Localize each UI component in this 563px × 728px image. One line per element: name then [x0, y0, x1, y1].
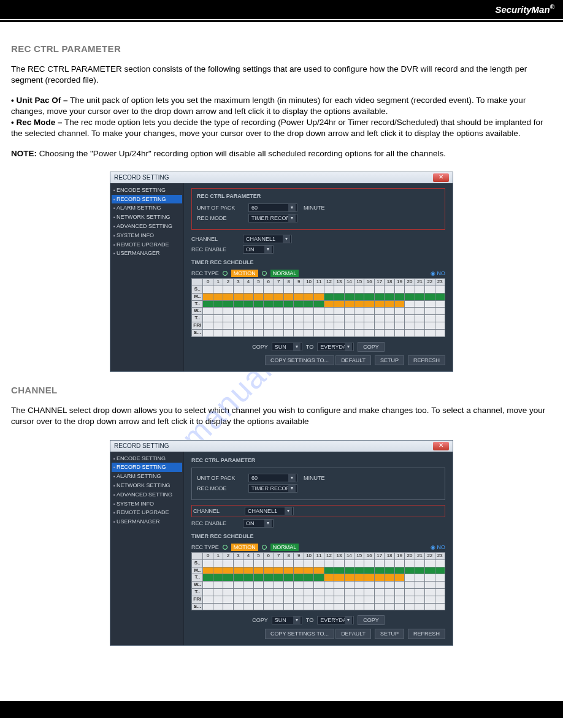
tree-item-usermanager[interactable]: USERMANAGER	[112, 517, 182, 526]
tree-item-system-info[interactable]: SYSTEM INFO	[112, 231, 182, 240]
timer-rec-schedule-title: TIMER REC SCHEDULE	[191, 259, 445, 266]
page-content: manualshive.com REC CTRL PARAMETER The R…	[0, 22, 563, 677]
tree-item-network-setting[interactable]: NETWORK SETTING	[112, 213, 182, 222]
rec-enable-select[interactable]: ON	[243, 245, 274, 254]
rec-type-label-2: REC TYPE	[191, 544, 219, 551]
settings-main-panel-2: REC CTRL PARAMETER UNIT OF PACK 60 MINUT…	[184, 452, 453, 645]
copy-label-2: COPY	[252, 616, 268, 624]
rec-type-motion-option-2[interactable]: MOTION	[231, 544, 258, 551]
rec-type-row-2: REC TYPE MOTION NORMAL ◉ NO	[191, 544, 445, 551]
rec-mode-label: REC MODE	[197, 214, 245, 222]
rec-mode-select[interactable]: TIMER RECORD	[248, 214, 297, 222]
unit-of-pack-select[interactable]: 60	[248, 203, 297, 212]
settings-tree-2: ENCODE SETTINGRECORD SETTINGALARM SETTIN…	[110, 452, 184, 645]
panel-title: REC CTRL PARAMETER	[197, 192, 440, 200]
window-title-2: RECORD SETTING	[114, 442, 169, 450]
bullet-rec-mode-label: • Rec Mode –	[11, 118, 63, 127]
panel-title-2: REC CTRL PARAMETER	[191, 457, 445, 464]
tree-item-remote-upgrade[interactable]: REMOTE UPGRADE	[112, 240, 182, 249]
screenshot-1: RECORD SETTING ✕ ENCODE SETTINGRECORD SE…	[11, 172, 552, 372]
setup-button[interactable]: SETUP	[375, 355, 404, 365]
tree-item-encode-setting[interactable]: ENCODE SETTING	[112, 186, 182, 195]
rec-type-label: REC TYPE	[191, 270, 219, 277]
bullet-unit-pac-text: The unit pack of option lets you set the…	[11, 96, 526, 116]
copy-settings-to-button-2[interactable]: COPY SETTINGS TO...	[265, 629, 334, 639]
tree-item-usermanager[interactable]: USERMANAGER	[112, 249, 182, 258]
screenshot-2: RECORD SETTING ✕ ENCODE SETTINGRECORD SE…	[11, 440, 552, 646]
rec-type-motion-radio[interactable]	[223, 271, 228, 276]
copy-from-select-2[interactable]: SUN	[272, 616, 302, 624]
rec-ctrl-intro: The REC CTRL PARAMETER section consists …	[11, 64, 552, 86]
default-button-2[interactable]: DEFAULT	[335, 629, 371, 639]
rec-mode-select-2[interactable]: TIMER RECORD	[248, 484, 297, 493]
refresh-button-2[interactable]: REFRESH	[408, 629, 445, 639]
tree-item-advanced-setting[interactable]: ADVANCED SETTING	[112, 222, 182, 231]
tree-item-record-setting[interactable]: RECORD SETTING	[112, 195, 182, 204]
channel-label-2: CHANNEL	[193, 507, 241, 515]
note-paragraph: NOTE: Choosing the "Power Up/24hr" recor…	[11, 148, 552, 159]
schedule-grid[interactable]: 01234567891011121314151617181920212223S.…	[191, 278, 445, 336]
brand-registered: ®	[550, 4, 554, 10]
rec-ctrl-parameter-box-2: UNIT OF PACK 60 MINUTE REC MODE TIMER RE…	[191, 468, 445, 500]
close-icon[interactable]: ✕	[433, 173, 449, 182]
copy-to-select[interactable]: EVERYDAY	[317, 343, 354, 351]
rec-type-no-option-2[interactable]: ◉ NO	[431, 544, 445, 551]
unit-of-pack-suffix: MINUTE	[304, 204, 325, 211]
copy-row-2: COPY SUN TO EVERYDAY COPY	[191, 615, 445, 625]
rec-enable-label-2: REC ENABLE	[191, 520, 239, 527]
copy-label: COPY	[252, 343, 268, 351]
schedule-grid-2[interactable]: 01234567891011121314151617181920212223S.…	[191, 552, 445, 610]
close-icon-2[interactable]: ✕	[433, 442, 449, 450]
default-button[interactable]: DEFAULT	[335, 355, 371, 365]
window-titlebar-2: RECORD SETTING ✕	[110, 441, 453, 452]
rec-type-normal-option[interactable]: NORMAL	[270, 270, 299, 277]
rec-type-no-option[interactable]: ◉ NO	[431, 270, 445, 277]
window-title: RECORD SETTING	[114, 173, 169, 182]
timer-rec-schedule-title-2: TIMER REC SCHEDULE	[191, 533, 445, 540]
settings-main-panel: REC CTRL PARAMETER UNIT OF PACK 60 MINUT…	[184, 183, 453, 371]
unit-of-pack-select-2[interactable]: 60	[248, 474, 297, 482]
note-label: NOTE:	[11, 149, 37, 158]
copy-button[interactable]: COPY	[358, 342, 385, 352]
section-title-rec-ctrl: REC CTRL PARAMETER	[11, 43, 552, 55]
window-titlebar: RECORD SETTING ✕	[110, 172, 453, 183]
rec-enable-select-2[interactable]: ON	[243, 519, 274, 528]
rec-ctrl-parameter-box: REC CTRL PARAMETER UNIT OF PACK 60 MINUT…	[191, 188, 445, 230]
bullet-unit-pac-label: • Unit Pac Of –	[11, 96, 68, 105]
channel-label: CHANNEL	[191, 235, 239, 243]
setup-button-2[interactable]: SETUP	[375, 629, 404, 639]
rec-mode-label-2: REC MODE	[197, 485, 245, 492]
tree-item-advanced-setting[interactable]: ADVANCED SETTING	[112, 490, 182, 499]
copy-button-2[interactable]: COPY	[358, 615, 385, 625]
note-text: Choosing the "Power Up/24hr" recording o…	[37, 149, 446, 158]
tree-item-network-setting[interactable]: NETWORK SETTING	[112, 481, 182, 490]
copy-settings-to-button[interactable]: COPY SETTINGS TO...	[265, 355, 334, 365]
tree-item-remote-upgrade[interactable]: REMOTE UPGRADE	[112, 508, 182, 517]
rec-type-normal-radio-2[interactable]	[262, 545, 267, 550]
channel-select-2[interactable]: CHANNEL1	[245, 507, 294, 515]
rec-type-normal-option-2[interactable]: NORMAL	[270, 544, 299, 551]
copy-from-select[interactable]: SUN	[272, 343, 302, 351]
copy-row: COPY SUN TO EVERYDAY COPY	[191, 342, 445, 352]
rec-type-row: REC TYPE MOTION NORMAL ◉ NO	[191, 270, 445, 277]
refresh-button[interactable]: REFRESH	[408, 355, 445, 365]
copy-to-select-2[interactable]: EVERYDAY	[317, 616, 354, 624]
copy-to-label-2: TO	[306, 616, 313, 624]
record-setting-window: RECORD SETTING ✕ ENCODE SETTINGRECORD SE…	[110, 172, 453, 372]
channel-select[interactable]: CHANNEL1	[243, 235, 292, 243]
unit-of-pack-suffix-2: MINUTE	[304, 474, 325, 482]
rec-type-motion-option[interactable]: MOTION	[231, 270, 258, 277]
record-setting-window-2: RECORD SETTING ✕ ENCODE SETTINGRECORD SE…	[110, 440, 453, 646]
tree-item-encode-setting[interactable]: ENCODE SETTING	[112, 454, 182, 463]
rec-type-motion-radio-2[interactable]	[223, 545, 228, 550]
tree-item-system-info[interactable]: SYSTEM INFO	[112, 499, 182, 509]
page-footer-bar	[0, 701, 563, 718]
unit-of-pack-label: UNIT OF PACK	[197, 204, 245, 211]
tree-item-alarm-setting[interactable]: ALARM SETTING	[112, 472, 182, 481]
rec-type-normal-radio[interactable]	[262, 271, 267, 276]
copy-to-label: TO	[306, 343, 313, 351]
rec-enable-label: REC ENABLE	[191, 246, 239, 253]
tree-item-record-setting[interactable]: RECORD SETTING	[112, 463, 182, 472]
tree-item-alarm-setting[interactable]: ALARM SETTING	[112, 203, 182, 213]
brand-name: SecurityMan	[495, 4, 550, 15]
